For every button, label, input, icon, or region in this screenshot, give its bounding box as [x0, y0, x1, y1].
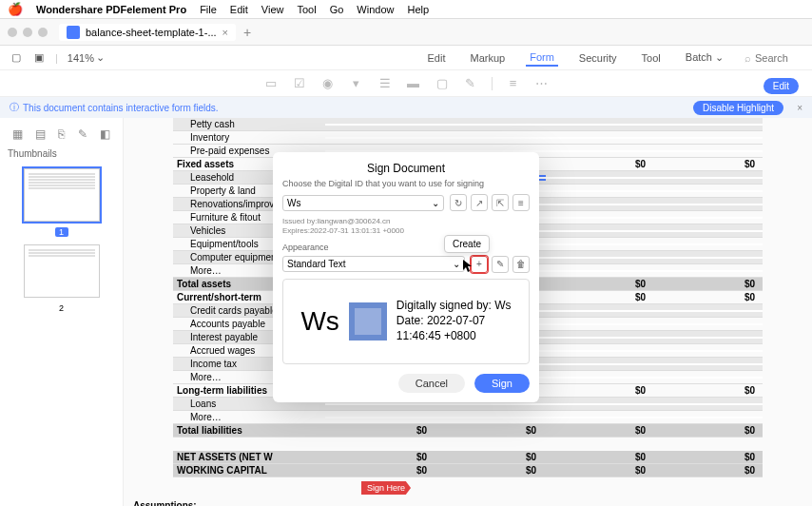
- add-appearance-button[interactable]: +: [471, 256, 488, 273]
- apple-logo-icon: 🍎: [8, 2, 23, 16]
- menu-go[interactable]: Go: [330, 4, 344, 15]
- edit-appearance-icon[interactable]: ✎: [492, 256, 509, 273]
- cancel-button[interactable]: Cancel: [398, 374, 465, 393]
- menu-file[interactable]: File: [200, 4, 217, 15]
- modal-overlay: Sign Document Choose the Digital ID that…: [0, 19, 812, 506]
- menu-help[interactable]: Help: [407, 4, 429, 15]
- macos-menubar: 🍎 Wondershare PDFelement Pro File Edit V…: [0, 0, 812, 19]
- id-metadata: Issued by:liangwan@300624.cn Expires:202…: [282, 217, 530, 237]
- appearance-select[interactable]: Standard Text⌄: [282, 256, 465, 272]
- signature-preview: Ws Digitally signed by: Ws Date: 2022-07…: [282, 279, 530, 364]
- preview-text: Digitally signed by: Ws Date: 2022-07-07…: [396, 299, 512, 343]
- app-name: Wondershare PDFelement Pro: [36, 4, 186, 15]
- chevron-down-icon: ⌄: [432, 198, 439, 208]
- preview-logo-icon: [349, 302, 387, 341]
- list-id-icon[interactable]: ≡: [512, 194, 530, 211]
- create-tooltip: Create: [444, 235, 490, 253]
- dialog-title: Sign Document: [282, 162, 530, 175]
- digital-id-select[interactable]: Ws⌄: [282, 195, 444, 211]
- sign-document-dialog: Sign Document Choose the Digital ID that…: [273, 152, 539, 402]
- menu-tool[interactable]: Tool: [297, 4, 316, 15]
- chevron-down-icon: ⌄: [453, 259, 460, 269]
- refresh-id-icon[interactable]: ↻: [450, 194, 467, 211]
- export-id-icon[interactable]: ↗: [471, 194, 488, 211]
- import-id-icon[interactable]: ⇱: [492, 194, 509, 211]
- sign-button[interactable]: Sign: [474, 374, 530, 393]
- dialog-subtitle: Choose the Digital ID that you want to u…: [282, 179, 530, 188]
- menu-window[interactable]: Window: [357, 4, 394, 15]
- menu-edit[interactable]: Edit: [230, 4, 248, 15]
- delete-appearance-icon[interactable]: 🗑: [512, 256, 530, 273]
- app-window: balance-sheet-template-1-... × + ▢ ▣ | 1…: [0, 19, 812, 506]
- menu-view[interactable]: View: [261, 4, 284, 15]
- appearance-label: Appearance: [282, 243, 530, 252]
- preview-initials: Ws: [300, 306, 338, 337]
